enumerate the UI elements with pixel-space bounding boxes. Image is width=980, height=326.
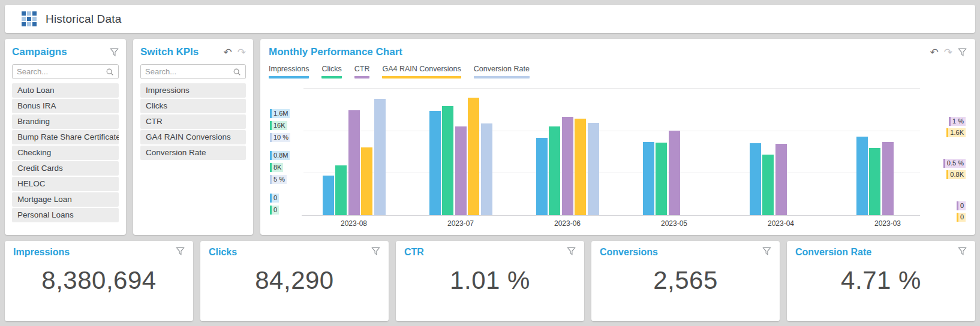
bar-ga4-rain-conversions-2023-06[interactable] <box>575 119 586 215</box>
campaign-item-credit-cards[interactable]: Credit Cards <box>12 161 119 176</box>
bar-clicks-2023-06[interactable] <box>549 126 560 215</box>
campaign-item-bonus-ira[interactable]: Bonus IRA <box>12 99 119 113</box>
campaigns-search-input[interactable] <box>17 67 106 76</box>
bar-clicks-2023-03[interactable] <box>869 148 880 215</box>
bar-impressions-2023-03[interactable] <box>856 137 868 215</box>
bar-ga4-rain-conversions-2023-07[interactable] <box>468 98 479 215</box>
bar-ctr-2023-05[interactable] <box>669 131 680 215</box>
undo-icon[interactable]: ↶ <box>224 47 232 57</box>
kpi-item-clicks[interactable]: Clicks <box>140 99 246 113</box>
filter-icon[interactable] <box>176 247 185 256</box>
campaign-item-mortgage-loan[interactable]: Mortgage Loan <box>12 192 119 207</box>
kpi-card-value: 1.01 % <box>404 266 576 295</box>
axis-tick-impressions: 0 <box>270 194 279 203</box>
legend-item-ctr[interactable]: CTR <box>354 65 370 79</box>
kpi-cards-row: Impressions 8,380,694 Clicks 84,290 CTR … <box>5 241 975 321</box>
campaigns-list: Auto LoanBonus IRABrandingBump Rate Shar… <box>12 83 119 224</box>
chart-plot-area: 2023-082023-072023-062023-052023-042023-… <box>269 80 967 229</box>
grid-icon-square <box>22 22 26 26</box>
redo-icon[interactable]: ↷ <box>238 47 246 57</box>
bar-clicks-2023-07[interactable] <box>442 106 453 215</box>
switch-kpis-search-input[interactable] <box>145 67 233 76</box>
axis-tick-ga4-rain-conversions: 1.6K <box>946 128 966 137</box>
filter-icon[interactable] <box>110 48 119 57</box>
campaign-item-branding[interactable]: Branding <box>12 114 119 129</box>
bar-impressions-2023-07[interactable] <box>429 111 441 215</box>
bar-impressions-2023-05[interactable] <box>643 142 654 215</box>
grid-icon-square <box>27 22 31 26</box>
redo-icon[interactable]: ↷ <box>944 47 952 57</box>
bar-ctr-2023-06[interactable] <box>562 117 573 215</box>
chart-gridline <box>303 131 920 131</box>
axis-tick-impressions: 1.6M <box>270 109 290 118</box>
switch-kpis-search <box>140 64 246 79</box>
axis-tick-ga4-rain-conversions: 0 <box>957 213 966 222</box>
campaign-item-heloc[interactable]: HELOC <box>12 177 119 191</box>
bar-clicks-2023-05[interactable] <box>656 143 667 215</box>
page-title: Historical Data <box>46 13 122 26</box>
switch-kpis-title: Switch KPIs <box>140 46 199 58</box>
chart-title: Monthly Performance Chart <box>269 46 402 58</box>
main-row: Campaigns Auto LoanBonus IRABrandingBump… <box>5 39 975 235</box>
bar-impressions-2023-04[interactable] <box>750 143 761 215</box>
grid-icon-square <box>32 22 37 26</box>
legend-item-ga4-rain-conversions[interactable]: GA4 RAIN Conversions <box>382 65 461 79</box>
campaigns-title: Campaigns <box>12 46 67 58</box>
filter-icon[interactable] <box>567 247 576 256</box>
kpi-card-ctr: CTR 1.01 % <box>396 241 584 321</box>
x-axis-label: 2023-05 <box>647 219 701 228</box>
campaign-item-bump-rate-share-certificate[interactable]: Bump Rate Share Certificate <box>12 130 119 144</box>
filter-icon[interactable] <box>371 247 380 256</box>
kpi-item-ga4-rain-conversions[interactable]: GA4 RAIN Conversions <box>140 130 246 144</box>
legend-item-clicks[interactable]: Clicks <box>321 65 341 79</box>
filter-icon[interactable] <box>958 247 967 256</box>
grid-icon-square <box>32 17 37 21</box>
x-axis-label: 2023-03 <box>861 219 915 228</box>
chart-gridline <box>303 88 920 89</box>
kpi-item-ctr[interactable]: CTR <box>140 114 246 129</box>
bar-ga4-rain-conversions-2023-08[interactable] <box>361 147 372 215</box>
filter-icon[interactable] <box>762 247 771 256</box>
bar-conversion-rate-2023-07[interactable] <box>481 123 492 215</box>
bar-clicks-2023-08[interactable] <box>335 165 347 215</box>
legend-item-impressions[interactable]: Impressions <box>269 65 309 79</box>
bar-conversion-rate-2023-08[interactable] <box>374 99 386 215</box>
filter-icon[interactable] <box>958 48 967 57</box>
kpi-card-value: 2,565 <box>600 266 771 295</box>
axis-tick-ctr: 1 % <box>949 117 966 126</box>
search-icon <box>106 68 114 76</box>
kpi-card-title: Clicks <box>209 247 237 258</box>
kpi-item-conversion-rate[interactable]: Conversion Rate <box>140 146 246 160</box>
campaign-item-personal-loans[interactable]: Personal Loans <box>12 208 119 222</box>
x-axis-label: 2023-06 <box>540 219 594 228</box>
bar-impressions-2023-08[interactable] <box>323 176 334 215</box>
x-axis-label: 2023-07 <box>434 219 488 228</box>
x-axis-label: 2023-04 <box>754 219 808 228</box>
kpi-card-value: 4.71 % <box>795 266 967 295</box>
bar-ctr-2023-03[interactable] <box>882 142 894 215</box>
bar-conversion-rate-2023-06[interactable] <box>588 123 599 215</box>
legend-item-conversion-rate[interactable]: Conversion Rate <box>474 65 530 79</box>
chart-gridline <box>303 173 920 173</box>
kpi-item-impressions[interactable]: Impressions <box>140 83 246 98</box>
campaigns-search <box>12 64 119 79</box>
grid-icon-square <box>32 11 37 16</box>
campaign-item-auto-loan[interactable]: Auto Loan <box>12 83 119 98</box>
undo-icon[interactable]: ↶ <box>930 47 939 57</box>
bar-ctr-2023-08[interactable] <box>348 110 360 215</box>
switch-kpis-list: ImpressionsClicksCTRGA4 RAIN Conversions… <box>140 83 246 161</box>
chart-legend: ImpressionsClicksCTRGA4 RAIN Conversions… <box>269 65 967 79</box>
bar-ctr-2023-04[interactable] <box>775 144 787 215</box>
bar-impressions-2023-06[interactable] <box>536 138 548 215</box>
campaign-item-checking[interactable]: Checking <box>12 146 119 160</box>
axis-tick-ctr: 0.5 % <box>943 159 966 168</box>
bar-ctr-2023-07[interactable] <box>455 126 467 215</box>
grid-icon-square <box>22 11 26 16</box>
search-icon <box>233 68 241 76</box>
bar-clicks-2023-04[interactable] <box>762 155 774 215</box>
kpi-card-conversions: Conversions 2,565 <box>591 241 780 321</box>
kpi-card-value: 8,380,694 <box>13 266 185 295</box>
axis-tick-clicks: 16K <box>270 121 287 130</box>
axis-tick-clicks: 0 <box>270 206 279 215</box>
kpi-card-clicks: Clicks 84,290 <box>200 241 389 321</box>
